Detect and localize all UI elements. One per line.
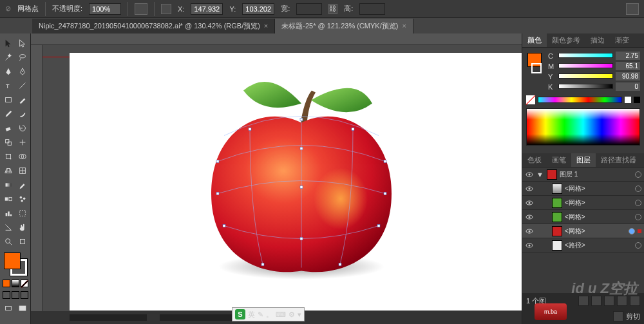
magic-wand-tool[interactable]: [1, 50, 15, 64]
rectangle-tool[interactable]: [1, 93, 15, 107]
layer-row[interactable]: <路径>: [522, 238, 644, 253]
visibility-icon[interactable]: [525, 213, 534, 222]
blend-tool[interactable]: [1, 192, 15, 206]
draw-inside-icon[interactable]: [21, 291, 28, 299]
fill-stroke-swatches[interactable]: [4, 253, 27, 276]
m-value[interactable]: 65.1: [616, 62, 640, 70]
ime-dot[interactable]: 。: [266, 310, 273, 319]
eyedropper-tool[interactable]: [15, 178, 30, 192]
target-icon[interactable]: [635, 214, 641, 220]
layer-name[interactable]: <网格>: [565, 213, 632, 222]
document-tab[interactable]: Nipic_24787180_20190504100006738082.ai* …: [32, 19, 275, 33]
layer-row[interactable]: <网格>: [522, 196, 644, 210]
x-field[interactable]: 147.932: [191, 3, 223, 15]
target-icon[interactable]: [635, 186, 641, 192]
tab-stroke[interactable]: 描边: [585, 33, 610, 47]
target-icon[interactable]: [629, 228, 635, 234]
eraser-tool[interactable]: [1, 121, 15, 135]
color-mode-icon[interactable]: [3, 280, 10, 287]
document-tab[interactable]: 未标题-25* @ 121.23% (CMYK/预览) ×: [275, 19, 413, 33]
c-value[interactable]: 2.75: [616, 52, 640, 60]
screen-mode-icon[interactable]: [1, 301, 15, 316]
visibility-icon[interactable]: [525, 170, 534, 179]
vertical-ruler[interactable]: [31, 45, 43, 324]
y-value[interactable]: 90.98: [616, 72, 640, 81]
opacity-field[interactable]: 100%: [89, 3, 121, 15]
column-graph-tool[interactable]: [1, 206, 15, 220]
rotate-tool[interactable]: [15, 121, 30, 135]
panel-menu-icon[interactable]: [626, 3, 639, 15]
clip-icon[interactable]: [613, 311, 623, 321]
link-wh-icon[interactable]: ⛓: [328, 4, 337, 14]
layer-name[interactable]: <网格>: [565, 227, 626, 236]
expand-icon[interactable]: ▼: [536, 171, 544, 178]
line-tool[interactable]: [15, 79, 30, 93]
k-value[interactable]: 0: [616, 82, 640, 91]
artboard[interactable]: [70, 53, 522, 310]
layer-name[interactable]: <网格>: [565, 184, 632, 193]
pen-tool[interactable]: [1, 64, 15, 79]
gradient-mode-icon[interactable]: [12, 280, 19, 287]
point-type-icon[interactable]: [161, 4, 171, 14]
tab-pathfinder[interactable]: 路径查找器: [596, 153, 641, 167]
gradient-tool[interactable]: [1, 178, 15, 192]
visibility-icon[interactable]: [525, 184, 534, 193]
print-tiling-tool[interactable]: [15, 234, 30, 249]
perspective-grid-tool[interactable]: [1, 164, 15, 178]
ime-keyboard-icon[interactable]: ⌨: [276, 310, 286, 319]
change-screen-icon[interactable]: [15, 301, 30, 316]
y-slider[interactable]: [558, 73, 613, 80]
visibility-icon[interactable]: [525, 227, 534, 236]
tab-gradient[interactable]: 渐变: [610, 33, 634, 47]
layer-name[interactable]: <网格>: [565, 198, 632, 207]
fill-swatch[interactable]: [4, 253, 21, 269]
ime-punct-icon[interactable]: ✎: [258, 310, 263, 319]
m-slider[interactable]: [558, 63, 613, 70]
shape-builder-tool[interactable]: [15, 149, 30, 164]
apple-artwork[interactable]: [198, 65, 404, 278]
w-field[interactable]: [296, 3, 322, 15]
layer-row[interactable]: ▼ 图层 1: [522, 167, 644, 182]
color-spectrum[interactable]: [526, 108, 640, 146]
target-icon[interactable]: [635, 171, 641, 178]
target-icon[interactable]: [635, 242, 641, 249]
free-transform-tool[interactable]: [1, 149, 15, 164]
symbol-sprayer-tool[interactable]: [15, 192, 30, 206]
direct-selection-tool[interactable]: [15, 36, 30, 50]
blob-brush-tool[interactable]: [15, 107, 30, 121]
draw-behind-icon[interactable]: [12, 291, 19, 299]
h-field[interactable]: [359, 3, 385, 15]
close-icon[interactable]: ×: [264, 22, 268, 30]
curvature-tool[interactable]: [15, 64, 30, 79]
close-icon[interactable]: ×: [402, 22, 406, 30]
target-icon[interactable]: [635, 200, 641, 206]
horizontal-ruler[interactable]: [31, 33, 522, 45]
white-swatch[interactable]: [625, 97, 631, 103]
tab-color-guide[interactable]: 颜色参考: [547, 33, 585, 47]
layer-row[interactable]: <网格>: [522, 224, 644, 238]
layer-name[interactable]: 图层 1: [560, 170, 632, 179]
none-mode-icon[interactable]: [21, 280, 28, 287]
tab-layers[interactable]: 图层: [571, 153, 596, 167]
artboard-tool[interactable]: [15, 206, 30, 220]
tab-color[interactable]: 颜色: [522, 33, 547, 47]
slice-tool[interactable]: [1, 220, 15, 234]
draw-normal-icon[interactable]: [3, 291, 10, 299]
layer-name[interactable]: <路径>: [565, 241, 632, 250]
ime-lang[interactable]: 英: [248, 310, 255, 319]
layer-row[interactable]: <网格>: [522, 182, 644, 196]
k-slider[interactable]: [558, 84, 613, 90]
c-slider[interactable]: [558, 53, 613, 59]
width-tool[interactable]: [15, 135, 30, 149]
brush-tool[interactable]: [15, 93, 30, 107]
artboard-thumbnail[interactable]: m.ba: [535, 303, 567, 320]
none-color-icon[interactable]: [526, 95, 535, 104]
hand-tool[interactable]: [15, 220, 30, 234]
tab-brushes[interactable]: 画笔: [547, 153, 571, 167]
tab-swatches[interactable]: 色板: [522, 153, 547, 167]
lasso-tool[interactable]: [15, 50, 30, 64]
ime-settings-icon[interactable]: ⚙: [289, 310, 295, 319]
mesh-tool[interactable]: [15, 164, 30, 178]
panel-stroke-swatch[interactable]: [531, 63, 542, 73]
ime-toolbar[interactable]: S 英 ✎ 。 ⌨ ⚙ ▾: [232, 307, 305, 321]
